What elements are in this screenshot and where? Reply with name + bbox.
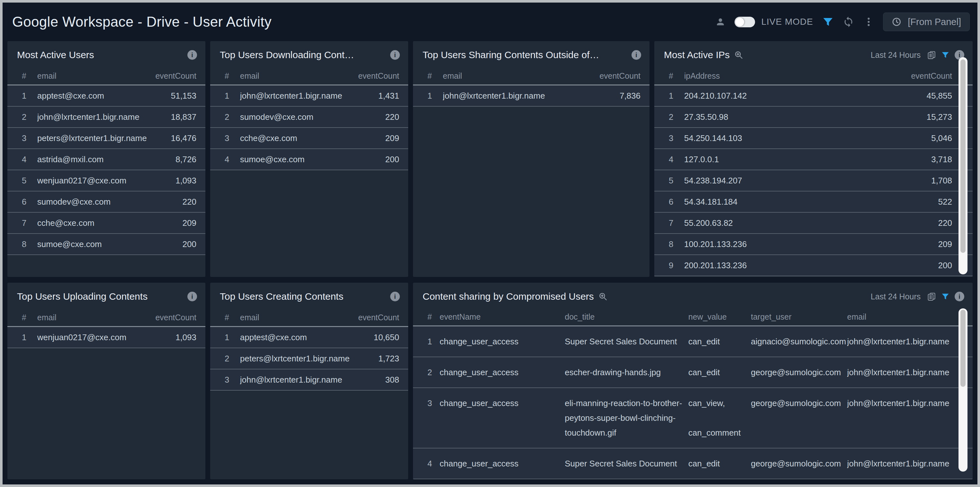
column-header: # xyxy=(224,71,240,81)
toggle-knob xyxy=(735,18,744,26)
panel-row-2: Top Users Uploading Contents i #emaileve… xyxy=(7,283,973,479)
table-row[interactable]: 8100.201.133.236209 xyxy=(654,234,973,255)
info-icon[interactable]: i xyxy=(390,50,400,60)
table-row[interactable]: 1change_user_accessSuper Secret Sales Do… xyxy=(413,326,973,357)
scrollbar-thumb[interactable] xyxy=(961,59,966,253)
dashboard-header: Google Workspace - Drive - User Activity… xyxy=(3,3,977,41)
filter-icon[interactable] xyxy=(941,51,950,59)
info-icon[interactable]: i xyxy=(390,292,400,301)
panel-time-range[interactable]: Last 24 Hours xyxy=(870,292,921,301)
table-cell: 8 xyxy=(669,240,684,249)
table-cell: 1,708 xyxy=(907,176,952,186)
panel-header: Content sharing by Compromised Users Las… xyxy=(413,283,973,302)
panel-content-sharing-compromised: Content sharing by Compromised Users Las… xyxy=(413,283,973,479)
table-header-row: #emaileventCount xyxy=(210,309,408,327)
table-cell: wenjuan0217@cxe.com xyxy=(37,332,151,342)
info-icon[interactable]: i xyxy=(955,292,964,301)
table-row[interactable]: 9200.201.133.236200 xyxy=(654,255,973,276)
table-row[interactable]: 4127.0.0.13,718 xyxy=(654,149,973,170)
vertical-scrollbar[interactable] xyxy=(958,57,967,274)
panel-title: Top Users Downloading Cont… xyxy=(220,49,354,61)
table-row[interactable]: 1john@lxrtcenter1.bigr.name1,431 xyxy=(210,85,408,107)
table-cell: 127.0.0.1 xyxy=(684,155,907,164)
table-cell: 3 xyxy=(22,133,37,143)
table-row[interactable]: 1wenjuan0217@cxe.com1,093 xyxy=(7,327,205,348)
panel-time-range[interactable]: Last 24 Hours xyxy=(870,50,921,60)
table-cell: 5,046 xyxy=(907,133,952,143)
table-cell: can_edit xyxy=(688,365,751,380)
info-icon[interactable]: i xyxy=(188,50,197,60)
vertical-scrollbar[interactable] xyxy=(958,308,967,472)
dashboard-root: { "header": { "title": "Google Workspace… xyxy=(0,0,980,487)
table-row[interactable]: 2sumodev@cxe.com220 xyxy=(210,107,408,128)
content-sharing-table: #eventNamedoc_titlenew_valuetarget_usere… xyxy=(413,308,973,479)
table-cell: Super Secret Sales Document xyxy=(565,334,688,349)
table-row[interactable]: 2peters@lxrtcenter1.bigr.name1,723 xyxy=(210,348,408,369)
pages-icon[interactable] xyxy=(927,50,936,59)
table-row[interactable]: 5wenjuan0217@cxe.com1,093 xyxy=(7,170,205,192)
pages-icon[interactable] xyxy=(927,292,936,301)
table-row[interactable]: 354.250.144.1035,046 xyxy=(654,128,973,149)
column-header: # xyxy=(224,313,240,322)
column-header: # xyxy=(669,71,684,81)
filter-icon[interactable] xyxy=(822,16,834,28)
zoom-in-icon[interactable] xyxy=(734,50,743,59)
table-row[interactable]: 8sumoe@cxe.com200 xyxy=(7,234,205,255)
column-header: ipAddress xyxy=(684,71,907,81)
top-users-creating-table: #emaileventCount1apptest@cxe.com10,6502p… xyxy=(210,309,408,391)
more-menu-icon[interactable] xyxy=(863,16,874,27)
panel-top-users-downloading: Top Users Downloading Cont… i #emaileven… xyxy=(210,41,408,277)
live-mode-toggle[interactable] xyxy=(735,17,755,27)
table-row[interactable]: 554.238.194.2071,708 xyxy=(654,170,973,192)
clock-icon xyxy=(892,17,901,27)
table-row[interactable]: 1204.210.107.14245,855 xyxy=(654,85,973,107)
most-active-ips-table: #ipAddresseventCount1204.210.107.14245,8… xyxy=(654,67,973,276)
table-cell: 1,093 xyxy=(151,176,196,186)
table-row[interactable]: 3peters@lxrtcenter1.bigr.name16,476 xyxy=(7,128,205,149)
table-row[interactable]: 6sumodev@cxe.com220 xyxy=(7,192,205,213)
zoom-in-icon[interactable] xyxy=(598,292,608,301)
table-row[interactable]: 3john@lxrtcenter1.bigr.name308 xyxy=(210,369,408,391)
table-row[interactable]: 7cche@cxe.com209 xyxy=(7,213,205,234)
table-row[interactable]: 4change_user_accessSuper Secret Sales Do… xyxy=(413,449,973,479)
panel-title: Top Users Sharing Contents Outside of… xyxy=(423,49,599,61)
table-row[interactable]: 1apptest@cxe.com51,153 xyxy=(7,85,205,107)
table-row[interactable]: 227.35.50.9815,273 xyxy=(654,107,973,128)
panel-most-active-users: Most Active Users i #emaileventCount1app… xyxy=(7,41,205,277)
panel-title: Most Active Users xyxy=(17,49,94,61)
table-cell: john@lxrtcenter1.bigr.name xyxy=(443,91,596,101)
table-row[interactable]: 1john@lxrtcenter1.bigr.name7,836 xyxy=(413,85,649,107)
table-row[interactable]: 4sumoe@cxe.com200 xyxy=(210,149,408,170)
table-cell: cche@cxe.com xyxy=(37,218,151,228)
panel-title: Most Active IPs xyxy=(664,49,730,61)
time-range-button[interactable]: [From Panel] xyxy=(883,13,970,31)
table-cell: change_user_access xyxy=(440,365,565,380)
filter-icon[interactable] xyxy=(941,292,950,301)
table-cell: 1,431 xyxy=(354,91,399,101)
table-cell: george@sumologic.com xyxy=(751,396,847,410)
scrollbar-thumb[interactable] xyxy=(961,310,966,387)
table-cell: aignacio@sumologic.com xyxy=(751,334,847,349)
table-row[interactable]: 1apptest@cxe.com10,650 xyxy=(210,327,408,348)
table-row[interactable]: 3cche@cxe.com209 xyxy=(210,128,408,149)
info-icon[interactable]: i xyxy=(188,292,197,301)
table-cell: 1,093 xyxy=(151,332,196,342)
panel-most-active-ips: Most Active IPs Last 24 Hours i #ipAddre… xyxy=(654,41,973,277)
column-header: eventName xyxy=(440,312,565,322)
table-header-row: #emaileventCount xyxy=(7,67,205,85)
table-cell: 3 xyxy=(224,133,240,143)
refresh-icon[interactable] xyxy=(843,16,854,28)
info-icon[interactable]: i xyxy=(632,50,641,60)
table-cell: john@lxrtcenter1.bigr.name xyxy=(847,334,964,349)
table-cell: 7 xyxy=(669,218,684,228)
column-header: email xyxy=(37,71,151,81)
table-row[interactable]: 3change_user_accesseli-manning-reaction-… xyxy=(413,388,973,449)
table-row[interactable]: 755.200.63.82220 xyxy=(654,213,973,234)
table-cell: 209 xyxy=(907,240,952,249)
column-header: email xyxy=(847,312,964,322)
table-cell: sumodev@cxe.com xyxy=(37,197,151,207)
table-row[interactable]: 4astrida@mxil.com8,726 xyxy=(7,149,205,170)
table-row[interactable]: 654.34.181.184522 xyxy=(654,192,973,213)
table-row[interactable]: 2john@lxrtcenter1.bigr.name18,837 xyxy=(7,107,205,128)
table-row[interactable]: 2change_user_accessescher-drawing-hands.… xyxy=(413,357,973,388)
